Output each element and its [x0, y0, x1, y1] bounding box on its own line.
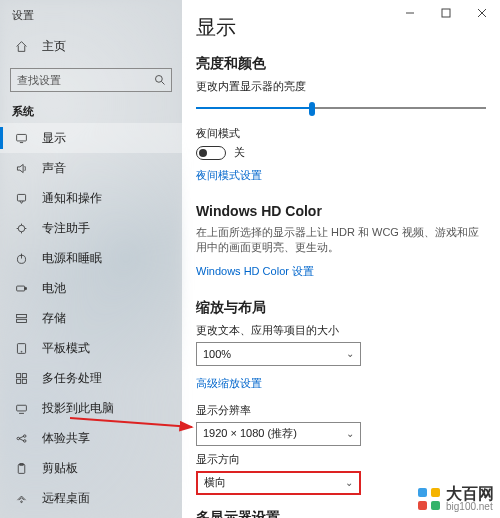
watermark-logo-icon: [418, 488, 440, 510]
sidebar-item-label: 存储: [42, 310, 66, 327]
svg-point-4: [156, 76, 163, 83]
sidebar-item-focus[interactable]: 专注助手: [0, 213, 182, 243]
svg-rect-19: [22, 373, 26, 377]
nightlight-label: 夜间模式: [196, 126, 486, 141]
watermark-name: 大百网: [446, 486, 494, 502]
svg-rect-15: [16, 319, 26, 322]
svg-point-23: [17, 437, 19, 439]
clipboard-icon: [14, 462, 28, 475]
project-icon: [14, 402, 28, 415]
svg-rect-8: [17, 194, 25, 201]
share-icon: [14, 432, 28, 445]
sidebar-item-display[interactable]: 显示: [0, 123, 182, 153]
sidebar-item-project[interactable]: 投影到此电脑: [0, 393, 182, 423]
chevron-down-icon: ⌄: [345, 477, 353, 488]
svg-rect-20: [16, 379, 20, 383]
sound-icon: [14, 162, 28, 175]
sidebar: 设置 主页 系统 显示声音通知和操作专注助手电源和睡眠电池存储平板模式多任务处理…: [0, 0, 182, 518]
sidebar-item-notify[interactable]: 通知和操作: [0, 183, 182, 213]
remote-icon: [14, 492, 28, 505]
svg-line-5: [162, 82, 165, 85]
svg-point-25: [23, 439, 25, 441]
sidebar-item-label: 声音: [42, 160, 66, 177]
textsize-dropdown[interactable]: 100% ⌄: [196, 342, 361, 366]
chevron-down-icon: ⌄: [346, 348, 354, 359]
nav-group-label: 系统: [0, 100, 182, 123]
svg-rect-26: [18, 464, 25, 473]
section-brightness: 亮度和颜色: [196, 55, 486, 73]
sidebar-item-tablet[interactable]: 平板模式: [0, 333, 182, 363]
sidebar-item-storage[interactable]: 存储: [0, 303, 182, 333]
svg-rect-22: [16, 405, 26, 411]
sidebar-item-label: 专注助手: [42, 220, 90, 237]
sidebar-item-label: 通知和操作: [42, 190, 102, 207]
svg-rect-14: [16, 314, 26, 317]
brightness-label: 更改内置显示器的亮度: [196, 79, 486, 94]
textsize-label: 更改文本、应用等项目的大小: [196, 323, 486, 338]
sidebar-item-remote[interactable]: 远程桌面: [0, 483, 182, 513]
nightlight-state: 关: [234, 145, 245, 160]
orientation-value: 横向: [204, 475, 226, 490]
chevron-down-icon: ⌄: [346, 428, 354, 439]
svg-point-24: [23, 434, 25, 436]
sidebar-item-label: 体验共享: [42, 430, 90, 447]
nightlight-toggle[interactable]: [196, 146, 226, 160]
window-title: 设置: [0, 0, 182, 30]
sidebar-item-power[interactable]: 电源和睡眠: [0, 243, 182, 273]
orientation-dropdown[interactable]: 横向 ⌄: [196, 471, 361, 495]
svg-rect-6: [16, 134, 26, 141]
maximize-button[interactable]: [428, 0, 464, 26]
sidebar-item-label: 平板模式: [42, 340, 90, 357]
power-icon: [14, 252, 28, 265]
focus-icon: [14, 222, 28, 235]
svg-point-17: [21, 351, 22, 352]
storage-icon: [14, 312, 28, 325]
multitask-icon: [14, 372, 28, 385]
textsize-value: 100%: [203, 348, 231, 360]
brightness-slider[interactable]: [196, 98, 486, 118]
sidebar-item-label: 投影到此电脑: [42, 400, 114, 417]
close-button[interactable]: [464, 0, 500, 26]
sidebar-item-sound[interactable]: 声音: [0, 153, 182, 183]
resolution-value: 1920 × 1080 (推荐): [203, 426, 297, 441]
sidebar-item-battery[interactable]: 电池: [0, 273, 182, 303]
home-nav[interactable]: 主页: [0, 30, 182, 62]
search-icon[interactable]: [148, 68, 172, 92]
section-hdcolor: Windows HD Color: [196, 203, 486, 219]
sidebar-item-label: 远程桌面: [42, 490, 90, 507]
notify-icon: [14, 192, 28, 205]
svg-rect-12: [16, 286, 24, 291]
minimize-button[interactable]: [392, 0, 428, 26]
sidebar-item-share[interactable]: 体验共享: [0, 423, 182, 453]
sidebar-item-clipboard[interactable]: 剪贴板: [0, 453, 182, 483]
sidebar-item-label: 电池: [42, 280, 66, 297]
content-pane: 显示 亮度和颜色 更改内置显示器的亮度 夜间模式 关 夜间模式设置 Window…: [182, 0, 500, 518]
sidebar-item-label: 剪贴板: [42, 460, 78, 477]
watermark-url: big100.net: [446, 502, 494, 512]
hdcolor-link[interactable]: Windows HD Color 设置: [196, 264, 314, 279]
hdcolor-desc: 在上面所选择的显示器上让 HDR 和 WCG 视频、游戏和应用中的画面更明亮、更…: [196, 225, 486, 256]
nightlight-settings-link[interactable]: 夜间模式设置: [196, 168, 262, 183]
watermark: 大百网 big100.net: [418, 486, 494, 512]
resolution-label: 显示分辨率: [196, 403, 486, 418]
orientation-label: 显示方向: [196, 452, 486, 467]
sidebar-item-about[interactable]: 关于: [0, 513, 182, 518]
sidebar-item-label: 显示: [42, 130, 66, 147]
resolution-dropdown[interactable]: 1920 × 1080 (推荐) ⌄: [196, 422, 361, 446]
sidebar-item-multitask[interactable]: 多任务处理: [0, 363, 182, 393]
sidebar-item-label: 多任务处理: [42, 370, 102, 387]
battery-icon: [14, 282, 28, 295]
display-icon: [14, 132, 28, 145]
tablet-icon: [14, 342, 28, 355]
home-label: 主页: [42, 38, 66, 55]
svg-rect-18: [16, 373, 20, 377]
sidebar-item-label: 电源和睡眠: [42, 250, 102, 267]
svg-rect-1: [442, 9, 450, 17]
home-icon: [14, 40, 28, 53]
section-scale: 缩放与布局: [196, 299, 486, 317]
svg-point-9: [18, 225, 25, 232]
svg-rect-21: [22, 379, 26, 383]
svg-point-28: [20, 500, 22, 502]
advanced-scale-link[interactable]: 高级缩放设置: [196, 376, 262, 391]
svg-rect-13: [24, 287, 26, 289]
